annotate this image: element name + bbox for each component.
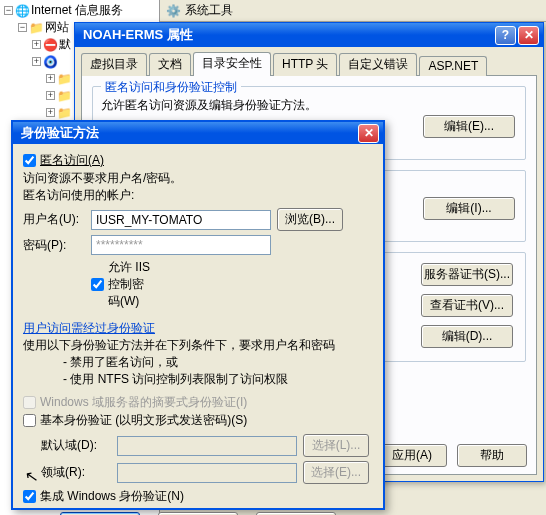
checkbox-input[interactable]	[23, 490, 36, 503]
toolbar: ⚙️ 系统工具	[160, 0, 546, 22]
globe-icon: 🌐	[15, 4, 29, 18]
expander-icon[interactable]: +	[32, 40, 41, 49]
checkbox-input[interactable]	[91, 278, 104, 291]
checkbox-label: 集成 Windows 身份验证(N)	[40, 488, 184, 505]
tab-dirsecurity[interactable]: 目录安全性	[193, 52, 271, 76]
realm-label: 领域(R):	[41, 464, 111, 481]
anonymous-access-checkbox[interactable]: 匿名访问(A)	[23, 152, 104, 169]
site-icon: 🧿	[43, 55, 57, 69]
titlebar[interactable]: 身份验证方法 ✕	[13, 122, 383, 144]
edit-ip-button[interactable]: 编辑(I)...	[423, 197, 515, 220]
folder-icon: 📁	[29, 21, 43, 35]
toolbar-label[interactable]: 系统工具	[185, 2, 233, 19]
tree-default[interactable]: 默	[59, 36, 71, 53]
server-cert-button[interactable]: 服务器证书(S)...	[421, 263, 513, 286]
anon-note1: 访问资源不要求用户名/密码。	[23, 170, 373, 187]
default-domain-label: 默认域(D):	[41, 437, 111, 454]
expander-icon[interactable]: +	[46, 74, 55, 83]
folder-icon: 📁	[57, 72, 71, 86]
folder-icon: 📁	[57, 89, 71, 103]
gear-icon: ⚙️	[166, 4, 181, 18]
group-legend: 匿名访问和身份验证控制	[101, 79, 241, 96]
tabbar: 虚拟目录 文档 目录安全性 HTTP 头 自定义错误 ASP.NET	[81, 53, 537, 75]
select-realm-button: 选择(E)...	[303, 461, 369, 484]
username-label: 用户名(U):	[23, 211, 85, 228]
stop-icon: ⛔	[43, 38, 57, 52]
checkbox-input[interactable]	[23, 154, 36, 167]
checkbox-label: 基本身份验证 (以明文形式发送密码)(S)	[40, 412, 247, 429]
close-button[interactable]: ✕	[518, 26, 539, 45]
checkbox-input[interactable]	[23, 414, 36, 427]
tab-documents[interactable]: 文档	[149, 53, 191, 76]
folder-icon: 📁	[57, 106, 71, 120]
select-domain-button: 选择(L)...	[303, 434, 369, 457]
close-button[interactable]: ✕	[358, 124, 379, 143]
tab-httphead[interactable]: HTTP 头	[273, 53, 337, 76]
basic-auth-checkbox[interactable]: 基本身份验证 (以明文形式发送密码)(S)	[23, 412, 247, 429]
auth-access-header: 用户访问需经过身份验证	[23, 320, 373, 337]
expander-icon[interactable]: +	[32, 57, 41, 66]
bullet2: - 使用 NTFS 访问控制列表限制了访问权限	[23, 371, 373, 388]
realm-input	[117, 463, 297, 483]
browse-button[interactable]: 浏览(B)...	[277, 208, 343, 231]
bullet1: - 禁用了匿名访问，或	[23, 354, 373, 371]
apply-button[interactable]: 应用(A)	[377, 444, 447, 467]
username-input[interactable]	[91, 210, 271, 230]
checkbox-input	[23, 396, 36, 409]
tab-aspnet[interactable]: ASP.NET	[419, 56, 487, 76]
digest-auth-checkbox: Windows 域服务器的摘要式身份验证(I)	[23, 394, 247, 411]
auth-methods-dialog: 身份验证方法 ✕ 匿名访问(A) 访问资源不要求用户名/密码。 匿名访问使用的帐…	[11, 120, 385, 510]
group-desc: 允许匿名访问资源及编辑身份验证方法。	[101, 97, 331, 114]
view-cert-button[interactable]: 查看证书(V)...	[421, 294, 513, 317]
checkbox-label: 匿名访问(A)	[40, 152, 104, 169]
default-domain-input	[117, 436, 297, 456]
titlebar[interactable]: NOAH-ERMS 属性 ? ✕	[75, 23, 543, 47]
help-button[interactable]: ?	[495, 26, 516, 45]
expander-icon[interactable]: +	[46, 108, 55, 117]
dialog-title: NOAH-ERMS 属性	[79, 26, 493, 44]
tree-website[interactable]: 网站	[45, 19, 69, 36]
edit-auth-button[interactable]: 编辑(E)...	[423, 115, 515, 138]
checkbox-label: Windows 域服务器的摘要式身份验证(I)	[40, 394, 247, 411]
edit-ssl-button[interactable]: 编辑(D)...	[421, 325, 513, 348]
password-label: 密码(P):	[23, 237, 85, 254]
dialog-title: 身份验证方法	[17, 124, 356, 142]
tree-root[interactable]: Internet 信息服务	[31, 2, 123, 19]
allow-iis-checkbox[interactable]: 允许 IIS 控制密码(W)	[91, 259, 153, 310]
anon-note2: 匿名访问使用的帐户:	[23, 187, 373, 204]
tab-virtualdir[interactable]: 虚拟目录	[81, 53, 147, 76]
expander-icon[interactable]: −	[18, 23, 27, 32]
auth-desc: 使用以下身份验证方法并在下列条件下，要求用户名和密码	[23, 337, 373, 354]
expander-icon[interactable]: −	[4, 6, 13, 15]
tab-customerr[interactable]: 自定义错误	[339, 53, 417, 76]
checkbox-label: 允许 IIS 控制密码(W)	[108, 259, 153, 310]
expander-icon[interactable]: +	[46, 91, 55, 100]
password-input[interactable]	[91, 235, 271, 255]
integrated-auth-checkbox[interactable]: 集成 Windows 身份验证(N)	[23, 488, 184, 505]
help-button[interactable]: 帮助	[457, 444, 527, 467]
